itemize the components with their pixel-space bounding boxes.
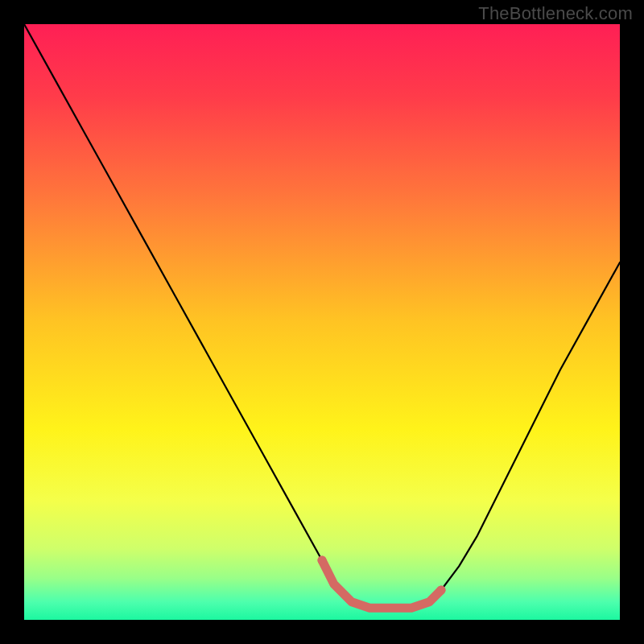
trough-marker-cap (437, 586, 446, 595)
trough-marker-cap (318, 556, 327, 565)
bottleneck-chart (24, 24, 620, 620)
chart-background (24, 24, 620, 620)
chart-frame: TheBottleneck.com (0, 0, 644, 644)
watermark-text: TheBottleneck.com (478, 3, 633, 24)
